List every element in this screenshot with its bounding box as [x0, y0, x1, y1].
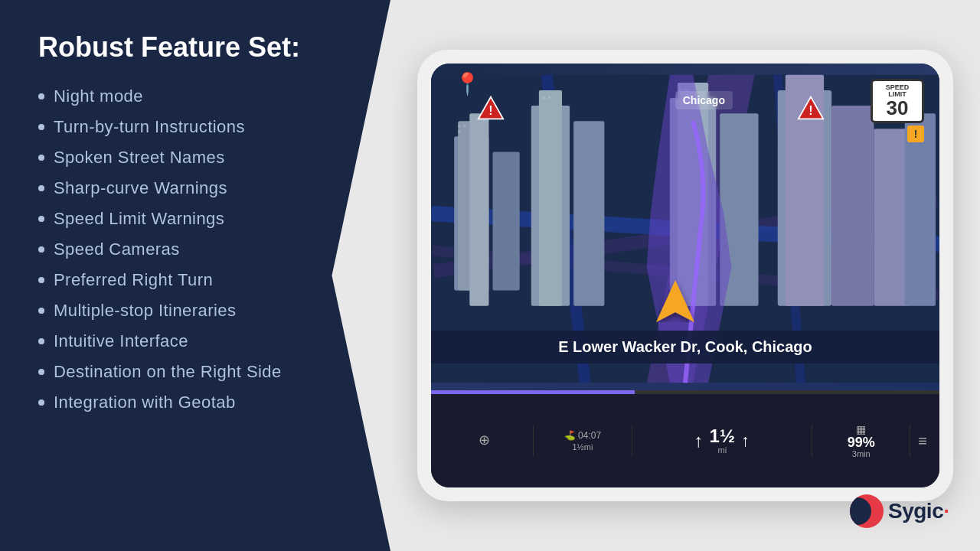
hud-time-sub: 1½mi: [572, 442, 593, 452]
bullet-icon: [38, 155, 44, 161]
warning-triangle-right: !: [797, 94, 825, 122]
hud-divider-1: [533, 425, 534, 456]
device-screen: 📍 Chicago ! !: [431, 64, 939, 487]
bullet-icon: [38, 399, 44, 406]
map-area: 📍 Chicago ! !: [431, 64, 939, 394]
hud-distance-num: 1½: [710, 427, 735, 445]
page-title: Robust Feature Set:: [38, 31, 352, 64]
list-item: Turn-by-turn Instructions: [38, 117, 352, 137]
warning-triangle-left: !: [477, 94, 505, 122]
hud-divider-3: [812, 425, 812, 456]
hud-time-value: 04:07: [578, 430, 601, 441]
list-item: Integration with Geotab: [38, 393, 352, 412]
list-item: Night mode: [38, 86, 352, 106]
bullet-icon: [38, 93, 44, 99]
navigation-arrow: [656, 280, 694, 325]
feature-label: Sharp-curve Warnings: [54, 178, 227, 198]
hud-grid-icon: ▦: [856, 423, 866, 435]
list-item: Speed Limit Warnings: [38, 209, 352, 229]
svg-rect-22: [458, 125, 460, 127]
list-item: Sharp-curve Warnings: [38, 178, 352, 198]
feature-label: Speed Limit Warnings: [54, 209, 224, 229]
speed-limit-sign: SPEED LIMIT 30 !: [871, 79, 924, 142]
hud-distance-unit: mi: [717, 445, 727, 455]
right-panel: 📍 Chicago ! !: [390, 0, 980, 551]
hud-right-arrow-icon: ↑: [741, 431, 750, 451]
svg-rect-13: [573, 121, 604, 305]
hud-time-section: ⛳ 04:07 1½mi: [541, 430, 623, 452]
device-frame: 📍 Chicago ! !: [417, 50, 953, 501]
list-item: Destination on the Right Side: [38, 362, 352, 382]
hud-flag-icon: ⛳ 04:07: [564, 430, 601, 441]
svg-rect-25: [543, 96, 545, 99]
svg-rect-9: [492, 152, 519, 290]
hud-eta-num: 99%: [848, 435, 875, 449]
list-item: Spoken Street Names: [38, 148, 352, 168]
svg-rect-19: [831, 106, 874, 306]
progress-fill: [431, 390, 635, 394]
exclaim-icon: !: [914, 128, 918, 140]
bullet-icon: [38, 277, 44, 283]
hud-eta-section: ▦ 99% 3min: [820, 423, 902, 458]
feature-label: Destination on the Right Side: [54, 362, 282, 382]
hud-up-arrow-icon: ↑: [694, 430, 704, 452]
hud-eta-sub: 3min: [852, 449, 871, 458]
svg-rect-23: [463, 125, 466, 127]
svg-rect-24: [458, 130, 460, 132]
bullet-icon: [38, 308, 44, 314]
list-item: Multiple-stop Itineraries: [38, 301, 352, 321]
svg-marker-34: [656, 280, 694, 322]
sygic-logo: Sygic·: [850, 494, 949, 528]
chicago-label: Chicago: [675, 91, 733, 109]
feature-label: Preferred Right Turn: [54, 270, 213, 290]
feature-label: Intuitive Interface: [54, 331, 188, 351]
list-item: Intuitive Interface: [38, 331, 352, 351]
svg-rect-20: [874, 129, 908, 305]
hud-divider-2: [632, 425, 632, 456]
bullet-icon: [38, 338, 44, 344]
svg-rect-10: [469, 113, 488, 306]
feature-label: Night mode: [54, 86, 143, 106]
bullet-icon: [38, 369, 44, 375]
progress-bar: [431, 390, 939, 394]
svg-rect-26: [548, 96, 550, 99]
street-name: E Lower Wacker Dr, Cook, Chicago: [446, 338, 924, 356]
feature-label: Turn-by-turn Instructions: [54, 117, 245, 137]
speed-limit-number: 30: [879, 98, 916, 118]
bottom-hud: ⊕ ⛳ 04:07 1½mi ↑ 1½ mi ↑: [431, 394, 939, 487]
location-pin: 📍: [454, 71, 481, 96]
svg-rect-12: [539, 90, 562, 306]
hud-divider-4: [910, 425, 910, 456]
list-item: Speed Cameras: [38, 240, 352, 259]
hud-distance-info: 1½ mi: [710, 427, 735, 455]
feature-label: Multiple-stop Itineraries: [54, 301, 236, 321]
feature-label: Spoken Street Names: [54, 148, 225, 168]
street-name-bar: E Lower Wacker Dr, Cook, Chicago: [431, 331, 939, 364]
feature-label: Speed Cameras: [54, 240, 180, 259]
bullet-icon: [38, 124, 44, 130]
pin-icon: ⊕: [479, 432, 490, 448]
feature-label: Integration with Geotab: [54, 393, 236, 412]
speed-warning-badge: !: [907, 126, 924, 142]
left-panel: Robust Feature Set: Night modeTurn-by-tu…: [0, 0, 390, 551]
sygic-logo-icon: [850, 494, 884, 528]
bullet-icon: [38, 185, 44, 191]
bullet-icon: [38, 216, 44, 222]
hud-menu-button[interactable]: ≡: [918, 432, 927, 450]
svg-text:!: !: [488, 103, 492, 117]
features-list: Night modeTurn-by-turn InstructionsSpoke…: [38, 86, 352, 412]
sygic-logo-text: Sygic·: [888, 499, 949, 523]
hud-direction-section: ↑ 1½ mi ↑: [640, 427, 805, 455]
list-item: Preferred Right Turn: [38, 270, 352, 290]
bullet-icon: [38, 246, 44, 253]
svg-text:!: !: [808, 103, 812, 117]
hud-pin-section: ⊕: [443, 432, 525, 450]
